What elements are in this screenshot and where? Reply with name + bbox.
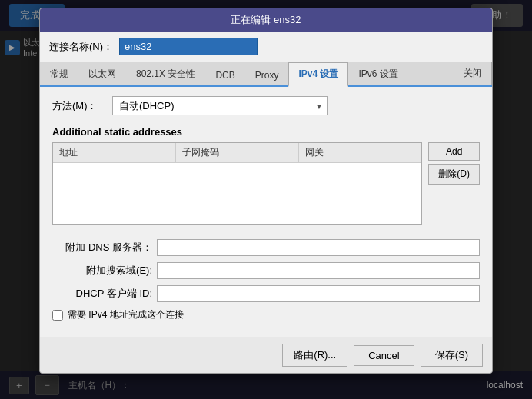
connection-name-input[interactable] xyxy=(119,38,258,55)
connection-name-label: 连接名称(N)： xyxy=(49,40,113,54)
cancel-button[interactable]: Cancel xyxy=(354,345,414,366)
modal-overlay: 正在编辑 ens32 连接名称(N)： 常规 以太网 802.1X 安全性 DC… xyxy=(0,0,532,399)
tab-normal[interactable]: 常规 xyxy=(40,62,78,85)
search-label: 附加搜索域(E): xyxy=(52,264,152,278)
addresses-table-body xyxy=(53,163,421,224)
search-input[interactable] xyxy=(157,262,480,279)
addresses-section: 地址 子网掩码 网关 Add 删除(D) xyxy=(52,142,480,231)
tab-8021x[interactable]: 802.1X 安全性 xyxy=(126,62,205,85)
tab-dcb[interactable]: DCB xyxy=(205,65,244,85)
connection-name-row: 连接名称(N)： xyxy=(40,32,492,62)
col-header-gateway: 网关 xyxy=(299,143,421,162)
method-select-wrapper: 自动(DHCP) 手动 仅本地链路 共享到其他计算机 禁用 ▼ xyxy=(112,96,328,115)
dns-label: 附加 DNS 服务器： xyxy=(52,241,152,254)
require-ipv4-label: 需要 IPv4 地址完成这个连接 xyxy=(68,308,184,321)
addresses-table: 地址 子网掩码 网关 xyxy=(52,142,422,225)
dns-input[interactable] xyxy=(157,239,480,256)
edit-connection-modal: 正在编辑 ens32 连接名称(N)： 常规 以太网 802.1X 安全性 DC… xyxy=(39,8,493,374)
tab-proxy[interactable]: Proxy xyxy=(245,65,289,85)
col-header-netmask: 子网掩码 xyxy=(176,143,299,162)
modal-title-bar: 正在编辑 ens32 xyxy=(40,8,492,32)
require-ipv4-row: 需要 IPv4 地址完成这个连接 xyxy=(52,308,480,321)
addresses-table-header: 地址 子网掩码 网关 xyxy=(53,143,421,163)
col-header-address: 地址 xyxy=(53,143,176,162)
method-label: 方法(M)： xyxy=(52,99,106,113)
add-address-button[interactable]: Add xyxy=(428,142,480,161)
search-row: 附加搜索域(E): xyxy=(52,262,480,279)
dhcp-row: DHCP 客户端 ID: xyxy=(52,285,480,302)
modal-footer: 路由(R)... Cancel 保存(S) xyxy=(40,337,492,373)
require-ipv4-checkbox[interactable] xyxy=(52,310,63,321)
tab-ipv6[interactable]: IPv6 设置 xyxy=(348,62,407,85)
modal-body: 方法(M)： 自动(DHCP) 手动 仅本地链路 共享到其他计算机 禁用 ▼ A… xyxy=(40,87,492,337)
section-title: Additional static addresses xyxy=(52,126,480,138)
method-row: 方法(M)： 自动(DHCP) 手动 仅本地链路 共享到其他计算机 禁用 ▼ xyxy=(52,96,480,115)
delete-address-button[interactable]: 删除(D) xyxy=(428,164,480,185)
dhcp-input[interactable] xyxy=(157,285,480,302)
close-button[interactable]: 关闭 xyxy=(454,62,492,85)
modal-tabs: 常规 以太网 802.1X 安全性 DCB Proxy IPv4 设置 IPv6… xyxy=(40,62,492,87)
dns-row: 附加 DNS 服务器： xyxy=(52,239,480,256)
method-select[interactable]: 自动(DHCP) 手动 仅本地链路 共享到其他计算机 禁用 xyxy=(112,96,328,115)
address-actions: Add 删除(D) xyxy=(428,142,480,185)
tab-ethernet[interactable]: 以太网 xyxy=(78,62,126,85)
save-button[interactable]: 保存(S) xyxy=(421,344,483,367)
tab-ipv4[interactable]: IPv4 设置 xyxy=(288,62,348,87)
dhcp-label: DHCP 客户端 ID: xyxy=(52,287,152,301)
modal-title: 正在编辑 ens32 xyxy=(231,14,301,25)
route-button[interactable]: 路由(R)... xyxy=(282,344,347,367)
